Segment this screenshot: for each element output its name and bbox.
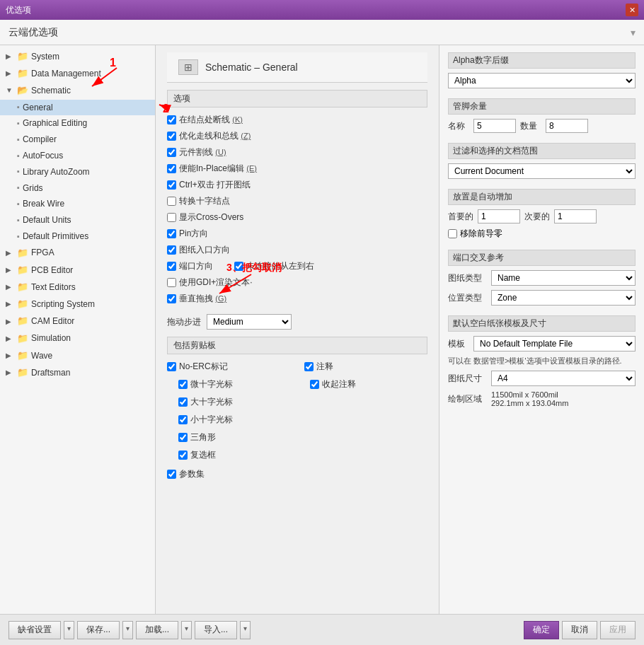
sidebar-item-data-management[interactable]: ▶ 📁 Data Management <box>0 65 155 82</box>
remove-leading-zero-checkbox[interactable] <box>448 229 457 238</box>
sidebar-item-break-wire[interactable]: ▪ Break Wire <box>0 196 155 212</box>
sidebar-item-compiler[interactable]: ▪ Compiler <box>0 132 155 148</box>
options-area: 在结点处断线 (K) 优化走线和总线 (Z) 元件割线 (U) 便能In-Pla… <box>167 113 427 306</box>
sidebar-item-scripting-system[interactable]: ▶ 📁 Scripting System <box>0 296 155 313</box>
template-select[interactable]: No Default Template File <box>473 336 636 351</box>
sidebar-item-cam-editor[interactable]: ▶ 📁 CAM Editor <box>0 313 155 330</box>
sidebar-item-text-editors[interactable]: ▶ 📁 Text Editors <box>0 279 155 296</box>
sidebar-label-grids: Grids <box>23 182 43 194</box>
chart-type-row: 图纸类型 Name Number <box>448 270 636 286</box>
pin-section-label: 管脚余量 <box>448 98 636 115</box>
sidebar-label-general: General <box>23 102 53 114</box>
clip-checkbox-4[interactable] <box>310 380 319 389</box>
expand-arrow-cam-editor: ▶ <box>6 317 14 327</box>
checkbox-5[interactable] <box>167 180 176 190</box>
expand-arrow-system: ▶ <box>6 52 14 62</box>
primary-input[interactable] <box>478 209 520 223</box>
pin-count-label: 数量 <box>520 120 541 132</box>
save-button[interactable]: 保存... <box>77 621 120 639</box>
template-section-label: 默认空白纸张模板及尺寸 <box>448 315 636 332</box>
clip-checkbox-1[interactable] <box>167 362 176 371</box>
check-row-4: 便能In-Place编辑 (E) <box>167 162 427 175</box>
right-panel: Alpha数字后缀 Alpha Numeric 管脚余量 名称 数量 <box>439 45 644 614</box>
clip-checkbox-2[interactable] <box>304 362 314 371</box>
save-arrow[interactable]: ▾ <box>122 621 133 639</box>
ok-button[interactable]: 确定 <box>524 621 559 639</box>
import-button[interactable]: 导入... <box>195 621 237 639</box>
clip-checkbox-3[interactable] <box>178 380 188 389</box>
sidebar-item-system[interactable]: ▶ 📁 System <box>0 48 155 65</box>
folder-icon-system: 📁 <box>17 50 28 63</box>
sidebar-item-draftsman[interactable]: ▶ 📁 Draftsman <box>0 364 155 381</box>
sidebar-item-graphical-editing[interactable]: ▪ Graphical Editing <box>0 115 155 132</box>
cancel-button[interactable]: 取消 <box>562 621 597 639</box>
check-row-10: 端口方向 <box>167 260 213 273</box>
import-arrow[interactable]: ▾ <box>240 621 251 639</box>
checkbox-8[interactable] <box>167 229 176 238</box>
checkbox-1[interactable] <box>167 115 176 124</box>
sidebar-label-autofocus: AutoFocus <box>23 150 63 162</box>
header-title: 云端优选项 <box>8 26 58 39</box>
checkbox-3[interactable] <box>167 148 176 157</box>
clip-checkbox-9[interactable] <box>167 470 176 479</box>
checkbox-6[interactable] <box>167 197 176 206</box>
checkbox-12[interactable] <box>167 278 176 287</box>
checkbox-10[interactable] <box>167 262 176 271</box>
checkbox-7[interactable] <box>167 213 176 222</box>
location-type-select[interactable]: Zone Location <box>491 290 636 306</box>
sidebar-item-pcb-editor[interactable]: ▶ 📁 PCB Editor <box>0 262 155 279</box>
sidebar-item-grids[interactable]: ▪ Grids <box>0 180 155 197</box>
primary-label: 首要的 <box>448 211 473 223</box>
pin-name-input[interactable] <box>473 119 516 133</box>
sidebar-label-compiler: Compiler <box>23 134 57 146</box>
clip-checkbox-8[interactable] <box>178 451 188 460</box>
checkbox-2[interactable] <box>167 132 176 141</box>
filter-select[interactable]: Current Document All Documents <box>448 163 636 179</box>
sidebar-item-fpga[interactable]: ▶ 📁 FPGA <box>0 245 155 262</box>
apply-button[interactable]: 应用 <box>600 621 636 639</box>
page-icon-default-units: ▪ <box>17 215 20 226</box>
checkbox-9[interactable] <box>167 245 176 255</box>
sidebar-item-autofocus[interactable]: ▪ AutoFocus <box>0 148 155 164</box>
default-settings-arrow[interactable]: ▾ <box>64 621 74 639</box>
paper-size-select[interactable]: A4 A3 Letter <box>491 371 636 386</box>
sidebar-item-default-units[interactable]: ▪ Default Units <box>0 212 155 228</box>
check-row-5: Ctrl+双击 打开图纸 <box>167 178 427 192</box>
sidebar-item-wave[interactable]: ▶ 📁 Wave <box>0 347 155 364</box>
alpha-section: Alpha数字后缀 Alpha Numeric <box>448 52 636 88</box>
header-dropdown-arrow[interactable]: ▾ <box>631 27 636 38</box>
sidebar-item-schematic[interactable]: ▼ 📂 Schematic <box>0 82 155 99</box>
sidebar-item-default-primitives[interactable]: ▪ Default Primitives <box>0 228 155 245</box>
content-area: ▶ 📁 System ▶ 📁 Data Management ▼ 📂 Schem… <box>0 45 644 614</box>
clip-checkbox-7[interactable] <box>178 433 188 442</box>
load-arrow[interactable]: ▾ <box>181 621 192 639</box>
pin-count-input[interactable] <box>546 119 588 133</box>
drag-row: 拖动步进 Medium Small Large <box>167 314 427 330</box>
expand-arrow-draftsman: ▶ <box>6 368 14 378</box>
clip-label-6: 小十字光标 <box>190 414 233 426</box>
page-icon-default-primitives: ▪ <box>17 231 20 242</box>
expand-arrow-wave: ▶ <box>6 351 14 361</box>
clip-label-1: No-ERC标记 <box>179 361 228 373</box>
default-settings-button[interactable]: 缺省设置 <box>8 621 61 639</box>
checkbox-11[interactable] <box>234 262 243 271</box>
sidebar-item-simulation[interactable]: ▶ 📁 Simulation <box>0 330 155 347</box>
chart-type-select[interactable]: Name Number <box>491 270 636 286</box>
checkbox-13[interactable] <box>167 294 176 303</box>
alpha-select[interactable]: Alpha Numeric <box>448 73 636 88</box>
clip-checkbox-5[interactable] <box>178 397 188 407</box>
clip-label-3: 微十字光标 <box>190 378 233 390</box>
clip-checkbox-6[interactable] <box>178 415 188 424</box>
sidebar-item-library-autozoom[interactable]: ▪ Library AutoZoom <box>0 164 155 180</box>
check-row-3: 元件割线 (U) <box>167 146 427 159</box>
load-button[interactable]: 加载... <box>136 621 178 639</box>
secondary-input[interactable] <box>554 209 597 223</box>
header-bar: 云端优选项 ▾ <box>0 20 644 45</box>
pin-row: 名称 数量 <box>448 119 636 133</box>
checkbox-4[interactable] <box>167 164 176 173</box>
close-button[interactable]: ✕ <box>626 4 638 16</box>
drawing-area-label: 绘制区域 <box>448 393 487 405</box>
sidebar-item-general[interactable]: ▪ General <box>0 100 155 116</box>
drag-select[interactable]: Medium Small Large <box>207 314 292 330</box>
expand-arrow-simulation: ▶ <box>6 334 14 344</box>
